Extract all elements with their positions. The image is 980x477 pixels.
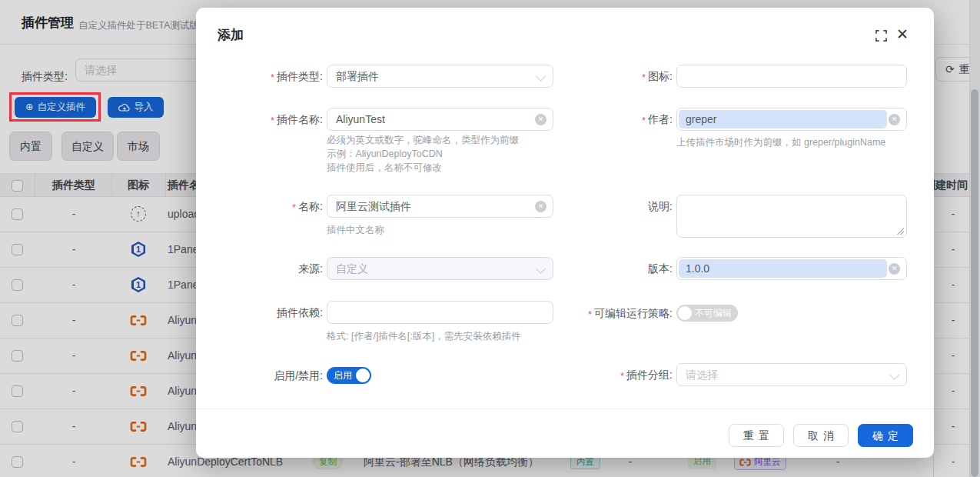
fullscreen-icon[interactable] [875,30,887,42]
field-label-plugin-type: 插件类型: [196,65,323,89]
source-select: 自定义 [327,257,553,280]
author-input[interactable]: greper ✕ [676,108,907,131]
cn-name-input[interactable]: 阿里云测试插件 ✕ [327,195,553,218]
switch-knob [678,306,692,320]
field-label-enabled: 启用/禁用: [196,364,323,387]
field-label-cn-name: 名称: [196,195,323,219]
dependency-input[interactable] [327,301,553,324]
reset-button[interactable]: 重置 [729,424,784,447]
plugin-type-select[interactable]: 部署插件 [327,65,553,88]
plugin-name-input[interactable]: AliyunTest ✕ [327,108,553,131]
plugin-group-select[interactable]: 请选择 [676,363,907,386]
clear-icon[interactable]: ✕ [889,263,900,275]
chevron-down-icon [889,370,899,380]
switch-knob [356,369,370,382]
field-label-plugin-group: 插件分组: [527,363,673,388]
footer-divider [196,409,934,409]
field-label-source: 来源: [196,257,323,280]
field-label-version: 版本: [527,257,673,280]
resize-handle[interactable] [896,227,904,235]
icon-input[interactable] [676,65,907,88]
add-plugin-dialog: 添加 ✕ 插件类型: 部署插件 图标: 插件名称: AliyunTest ✕ 必… [196,8,934,458]
field-label-plugin-name: 插件名称: [196,108,323,132]
cancel-button[interactable]: 取消 [793,424,849,447]
enabled-switch[interactable]: 启用 [327,367,371,384]
plugin-name-helper-1: 必须为英文或数字，驼峰命名，类型作为前缀 [327,133,519,147]
clear-icon[interactable]: ✕ [889,114,900,125]
selected-text: greper [679,110,887,128]
field-label-icon: 图标: [527,65,673,89]
dependency-helper: 格式: [作者/]插件名[:版本]，需先安装依赖插件 [327,329,521,343]
field-label-dependency: 插件依赖: [196,301,323,324]
field-label-description: 说明: [527,195,673,218]
plugin-name-helper-3: 插件使用后，名称不可修改 [327,161,442,175]
highlight-box [9,92,101,122]
selected-text: 1.0.0 [679,259,887,278]
version-input[interactable]: 1.0.0 ✕ [676,257,907,280]
field-label-author: 作者: [527,108,673,132]
dialog-title: 添加 [218,26,244,44]
description-textarea[interactable] [676,195,907,238]
confirm-button[interactable]: 确定 [858,424,913,447]
plugin-name-helper-2: 示例：AliyunDeployToCDN [327,147,443,161]
field-label-editable-policy: 可编辑运行策略: [527,302,673,326]
cn-name-helper: 插件中文名称 [327,223,384,237]
author-helper: 上传插件市场时作为前缀，如 greper/pluginName [676,135,885,149]
editable-policy-switch[interactable]: 不可编辑 [676,305,738,322]
close-icon[interactable]: ✕ [896,27,909,42]
